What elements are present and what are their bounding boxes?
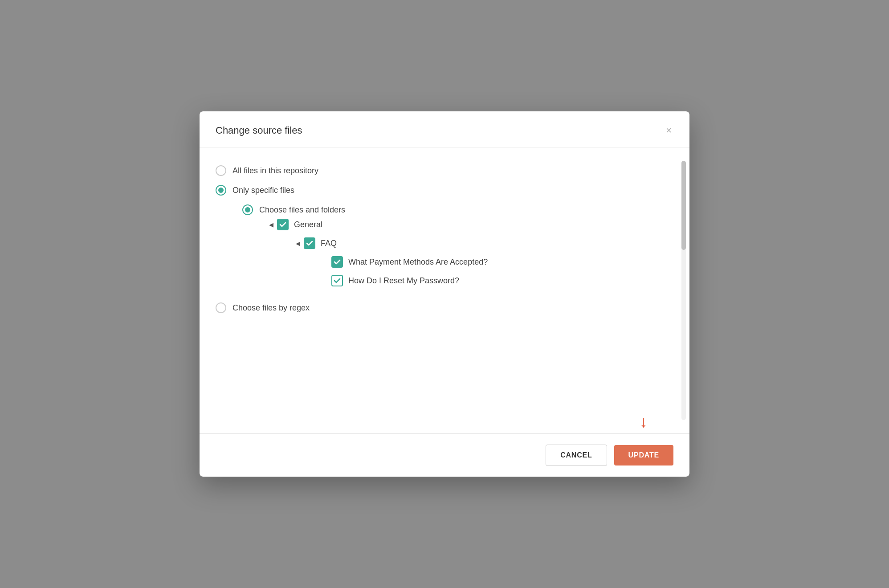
collapse-arrow-faq[interactable]: ◀ [296, 240, 300, 247]
tree-item-faq: ◀ FAQ [296, 237, 673, 249]
update-button[interactable]: ↓ UPDATE [614, 445, 673, 466]
radio-choose-files-folders[interactable]: Choose files and folders [242, 204, 673, 215]
tree-item-general: ◀ General [269, 219, 673, 230]
radio-specific-files[interactable]: Only specific files [216, 185, 673, 196]
close-button[interactable]: × [664, 124, 673, 137]
tree-label-password: How Do I Reset My Password? [348, 276, 459, 286]
radio-all-files-circle [216, 165, 226, 176]
radio-regex[interactable]: Choose files by regex [216, 302, 673, 313]
checkbox-faq[interactable] [304, 237, 315, 249]
scrollbar-track[interactable] [681, 161, 686, 420]
modal-dialog: Change source files × All files in this … [200, 111, 689, 477]
checkbox-payment[interactable] [331, 256, 343, 268]
modal-body: All files in this repository Only specif… [200, 147, 689, 433]
tree-label-payment: What Payment Methods Are Accepted? [348, 257, 488, 267]
radio-regex-label: Choose files by regex [232, 303, 310, 313]
modal-title: Change source files [216, 125, 302, 136]
tree-label-general: General [294, 220, 322, 229]
radio-specific-files-circle [216, 185, 226, 196]
modal-footer: CANCEL ↓ UPDATE [200, 433, 689, 477]
radio-specific-files-label: Only specific files [232, 186, 294, 195]
radio-group: All files in this repository Only specif… [216, 165, 673, 313]
radio-choose-files-label: Choose files and folders [259, 205, 345, 215]
radio-all-files-label: All files in this repository [232, 166, 318, 176]
radio-regex-circle [216, 302, 226, 313]
tree-label-faq: FAQ [321, 239, 337, 248]
update-label: UPDATE [628, 451, 659, 459]
radio-all-files[interactable]: All files in this repository [216, 165, 673, 176]
nested-choose-files: Choose files and folders ◀ General [242, 204, 673, 286]
tree-item-password: How Do I Reset My Password? [331, 275, 673, 286]
tree-item-payment: What Payment Methods Are Accepted? [331, 256, 673, 268]
modal-header: Change source files × [200, 111, 689, 147]
cancel-button[interactable]: CANCEL [546, 445, 607, 466]
collapse-arrow-general[interactable]: ◀ [269, 221, 273, 228]
file-tree: ◀ General ◀ [269, 219, 673, 286]
checkbox-general[interactable] [277, 219, 289, 230]
arrow-down-indicator: ↓ [640, 414, 648, 430]
checkbox-password[interactable] [331, 275, 343, 286]
scrollbar-thumb[interactable] [681, 161, 686, 250]
radio-choose-files-circle [242, 204, 253, 215]
